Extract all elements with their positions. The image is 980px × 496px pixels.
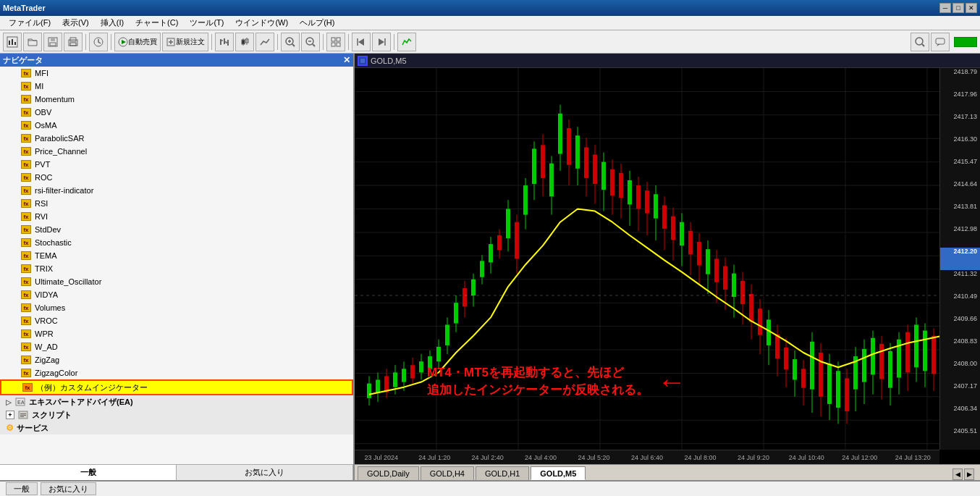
expert-advisor-section[interactable]: ▷ EA エキスパートアドバイザ(EA) xyxy=(0,395,353,408)
svg-marker-12 xyxy=(122,40,126,44)
app-title: MetaTrader xyxy=(3,4,46,12)
chart-header: GOLD,M5 xyxy=(355,54,980,68)
zoom-in-button[interactable] xyxy=(281,33,300,51)
nav-indicator-pvt[interactable]: fxPVT xyxy=(0,158,353,171)
svg-rect-182 xyxy=(801,369,806,387)
minimize-button[interactable]: ─ xyxy=(939,3,951,13)
tab-gold-h4[interactable]: GOLD,H4 xyxy=(421,466,474,480)
svg-rect-156 xyxy=(688,231,693,254)
menu-file[interactable]: ファイル(F) xyxy=(3,16,56,30)
nav-indicator-zigzagcolor[interactable]: fxZigzagColor xyxy=(0,366,353,379)
indicator-icon-19: fx xyxy=(20,316,32,326)
new-order-label: 新規注文 xyxy=(176,37,205,47)
footer-tab-general[interactable]: 一般 xyxy=(0,465,177,480)
print-button[interactable] xyxy=(64,33,83,51)
chart-body[interactable]: 2418.79 2417.96 2417.13 2416.30 2415.47 … xyxy=(355,68,980,464)
menu-view[interactable]: 表示(V) xyxy=(56,16,95,30)
chart-type-candle[interactable] xyxy=(235,33,254,51)
indicator-icon-23: fx xyxy=(20,368,32,378)
indicator-label-3: OBV xyxy=(35,108,51,117)
nav-indicator-stddev[interactable]: fxStdDev xyxy=(0,223,353,236)
scripts-icon xyxy=(17,410,29,420)
indicator-icon-8: fx xyxy=(20,172,32,182)
menu-window[interactable]: ウインドウ(W) xyxy=(229,16,294,30)
svg-rect-134 xyxy=(593,155,597,185)
zoom-out-button[interactable] xyxy=(301,33,320,51)
chart-type-bar[interactable] xyxy=(215,33,234,51)
toolbar: 自動売買 新規注文 xyxy=(0,30,980,54)
custom-indicator-item[interactable]: fx （例）カスタムインジケーター xyxy=(0,379,353,395)
scripts-expand-icon[interactable]: + xyxy=(6,411,14,419)
price-2414: 2414.64 xyxy=(940,180,980,203)
svg-rect-124 xyxy=(549,164,554,197)
indicator-icon-11: fx xyxy=(20,211,32,222)
indicator-icon-16: fx xyxy=(20,277,32,287)
nav-indicator-rsifilterindicator[interactable]: fxrsi-filter-indicator xyxy=(0,184,353,197)
svg-rect-100 xyxy=(445,325,449,345)
nav-indicator-pricechannel[interactable]: fxPrice_Channel xyxy=(0,145,353,158)
nav-indicator-vidya[interactable]: fxVIDYA xyxy=(0,288,353,301)
svg-rect-6 xyxy=(50,43,56,46)
nav-indicator-rvi[interactable]: fxRVI xyxy=(0,210,353,223)
time-0400: 24 Jul 4:00 xyxy=(514,454,567,461)
scroll-right-button[interactable] xyxy=(372,33,391,51)
status-indicator xyxy=(954,37,977,47)
status-tab-favorites[interactable]: お気に入り xyxy=(41,482,96,495)
chat-button[interactable] xyxy=(931,33,950,51)
menu-insert[interactable]: 挿入(I) xyxy=(95,16,130,30)
scripts-section[interactable]: + スクリプト xyxy=(0,408,353,421)
navigator-close-button[interactable]: ✕ xyxy=(343,56,350,64)
custom-indicator-label: （例）カスタムインジケーター xyxy=(36,382,148,393)
menu-tools[interactable]: ツール(T) xyxy=(184,16,229,30)
nav-indicator-stochastic[interactable]: fxStochastic xyxy=(0,236,353,249)
nav-indicator-wad[interactable]: fxW_AD xyxy=(0,340,353,353)
nav-indicator-tema[interactable]: fxTEMA xyxy=(0,249,353,262)
svg-rect-51 xyxy=(20,415,26,416)
new-order-button[interactable]: 新規注文 xyxy=(162,33,208,51)
search-button[interactable] xyxy=(911,33,929,51)
nav-indicator-roc[interactable]: fxROC xyxy=(0,171,353,184)
indicator-label-11: RVI xyxy=(35,212,48,221)
nav-indicator-mfi[interactable]: fxMFI xyxy=(0,67,353,80)
indicator-label-12: StdDev xyxy=(35,225,61,234)
indicator-label-14: TEMA xyxy=(35,251,57,260)
footer-tab-favorites[interactable]: お気に入り xyxy=(177,465,353,480)
nav-indicator-osma[interactable]: fxOsMA xyxy=(0,119,353,132)
nav-indicator-mi[interactable]: fxMI xyxy=(0,80,353,93)
chart-type-icon xyxy=(358,56,368,66)
tab-gold-h1[interactable]: GOLD,H1 xyxy=(476,466,529,480)
menu-chart[interactable]: チャート(C) xyxy=(130,16,184,30)
svg-rect-154 xyxy=(680,222,684,245)
status-tab-general[interactable]: 一般 xyxy=(6,482,38,495)
nav-indicator-rsi[interactable]: fxRSI xyxy=(0,197,353,210)
nav-indicator-parabolicsar[interactable]: fxParabolicSAR xyxy=(0,132,353,145)
tab-gold-daily[interactable]: GOLD,Daily xyxy=(358,466,419,480)
nav-indicator-vroc[interactable]: fxVROC xyxy=(0,314,353,327)
nav-indicator-zigzag[interactable]: fxZigZag xyxy=(0,353,353,366)
history-button[interactable] xyxy=(89,33,108,51)
nav-indicator-momentum[interactable]: fxMomentum xyxy=(0,93,353,106)
indicator-button[interactable] xyxy=(397,33,416,51)
tab-gold-m5[interactable]: GOLD,M5 xyxy=(531,466,586,480)
nav-indicator-obv[interactable]: fxOBV xyxy=(0,106,353,119)
svg-rect-148 xyxy=(654,194,658,218)
services-section[interactable]: ⚙ サービス xyxy=(0,421,353,434)
svg-line-33 xyxy=(313,44,315,46)
auto-trade-button[interactable]: 自動売買 xyxy=(114,33,161,51)
nav-indicator-ultimateoscillator[interactable]: fxUltimate_Oscillator xyxy=(0,275,353,288)
new-chart-button[interactable] xyxy=(3,33,22,51)
close-button[interactable]: ✕ xyxy=(966,3,977,13)
tab-scroll-left[interactable]: ◀ xyxy=(952,468,963,480)
tab-scroll-right[interactable]: ▶ xyxy=(964,468,974,480)
nav-indicator-wpr[interactable]: fxWPR xyxy=(0,327,353,340)
scroll-left-button[interactable] xyxy=(352,33,371,51)
nav-indicator-volumes[interactable]: fxVolumes xyxy=(0,301,353,314)
save-button[interactable] xyxy=(43,33,62,51)
chart-type-line[interactable] xyxy=(255,33,274,51)
open-button[interactable] xyxy=(23,33,42,51)
nav-indicator-trix[interactable]: fxTRIX xyxy=(0,262,353,275)
menu-help[interactable]: ヘルプ(H) xyxy=(294,16,340,30)
chart-tabs: GOLD,Daily GOLD,H4 GOLD,H1 GOLD,M5 ◀ ▶ xyxy=(355,464,980,480)
maximize-button[interactable]: □ xyxy=(952,3,964,13)
grid-button[interactable] xyxy=(326,33,345,51)
